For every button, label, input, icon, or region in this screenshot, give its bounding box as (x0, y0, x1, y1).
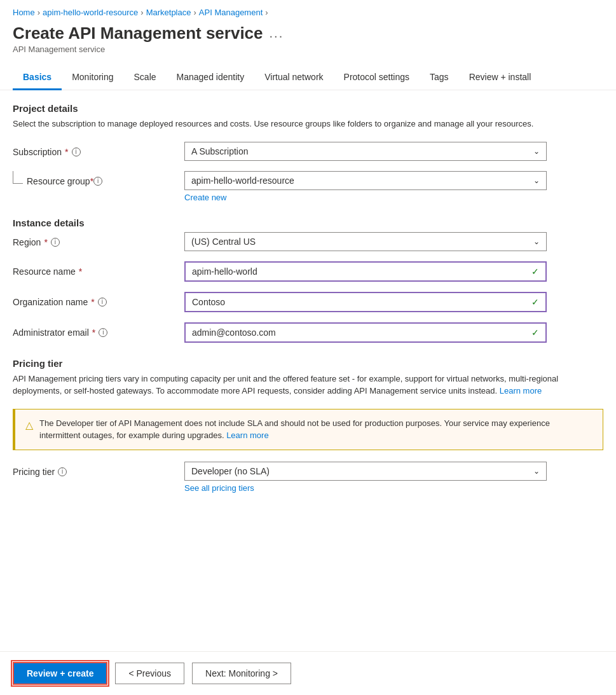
chevron-down-icon: ⌄ (533, 176, 540, 185)
subscription-label: Subscription * i (13, 142, 172, 157)
resource-group-value: apim-hello-world-resource (191, 175, 294, 186)
tab-monitoring[interactable]: Monitoring (62, 65, 123, 90)
resource-group-info-icon[interactable]: i (93, 177, 102, 186)
resource-name-value: apim-hello-world (192, 266, 257, 277)
region-control: (US) Central US ⌄ (184, 232, 547, 251)
content-area: Project details Select the subscription … (0, 90, 616, 493)
page-subtitle: API Management service (13, 45, 603, 54)
region-info-icon[interactable]: i (51, 238, 60, 247)
pricing-tier-info-icon[interactable]: i (58, 467, 67, 476)
resource-name-label: Resource name * (13, 261, 172, 277)
project-details-desc: Select the subscription to manage deploy… (13, 118, 603, 130)
organization-name-label: Organization name * i (13, 292, 172, 307)
breadcrumb-marketplace[interactable]: Marketplace (146, 8, 191, 17)
page-title-ellipsis[interactable]: ... (270, 26, 284, 41)
admin-email-label: Administrator email * i (13, 322, 172, 338)
subscription-dropdown[interactable]: A Subscription ⌄ (184, 142, 547, 161)
breadcrumb-home[interactable]: Home (13, 8, 35, 17)
resource-group-row: Resource group * i apim-hello-world-reso… (13, 171, 603, 202)
previous-button[interactable]: < Previous (115, 663, 184, 684)
warning-learn-more-link[interactable]: Learn more (226, 430, 268, 440)
pricing-tier-label: Pricing tier i (13, 462, 172, 477)
pricing-tier-desc: API Management pricing tiers vary in com… (13, 373, 603, 397)
page-title: Create API Management service (13, 24, 263, 43)
create-new-link[interactable]: Create new (184, 193, 226, 202)
chevron-down-icon: ⌄ (533, 147, 540, 156)
pricing-tier-title: Pricing tier (13, 358, 603, 369)
page-header: Create API Management service ... API Ma… (0, 21, 616, 59)
check-icon: ✓ (531, 266, 539, 277)
project-details-section: Project details Select the subscription … (13, 103, 603, 202)
check-icon: ✓ (531, 327, 539, 338)
admin-email-required: * (92, 327, 95, 338)
tab-basics[interactable]: Basics (13, 65, 62, 90)
review-create-button[interactable]: Review + create (13, 662, 107, 685)
admin-email-value: admin@contoso.com (192, 327, 276, 338)
organization-name-required: * (91, 297, 94, 307)
tab-review-install[interactable]: Review + install (459, 65, 542, 90)
tab-managed-identity[interactable]: Managed identity (167, 65, 255, 90)
organization-name-info-icon[interactable]: i (98, 298, 107, 306)
region-row: Region * i (US) Central US ⌄ (13, 232, 603, 251)
resource-group-label: Resource group * i (13, 171, 172, 186)
check-icon: ✓ (531, 297, 539, 307)
region-dropdown[interactable]: (US) Central US ⌄ (184, 232, 547, 251)
region-required: * (44, 237, 47, 247)
instance-details-title: Instance details (13, 217, 603, 228)
see-all-pricing-tiers-link[interactable]: See all pricing tiers (184, 483, 254, 493)
tab-scale[interactable]: Scale (124, 65, 167, 90)
organization-name-row: Organization name * i Contoso ✓ (13, 292, 603, 312)
subscription-row: Subscription * i A Subscription ⌄ (13, 142, 603, 161)
breadcrumb-resource[interactable]: apim-hello-world-resource (43, 8, 138, 17)
subscription-required: * (65, 147, 68, 157)
tab-protocol-settings[interactable]: Protocol settings (334, 65, 420, 90)
warning-box: △ The Developer tier of API Management d… (13, 409, 603, 450)
footer-bar: Review + create < Previous Next: Monitor… (0, 651, 616, 695)
subscription-value: A Subscription (191, 146, 249, 156)
resource-name-control: apim-hello-world ✓ (184, 261, 547, 282)
organization-name-input[interactable]: Contoso ✓ (184, 292, 547, 312)
tab-virtual-network[interactable]: Virtual network (254, 65, 333, 90)
pricing-tier-row: Pricing tier i Developer (no SLA) ⌄ See … (13, 462, 603, 493)
chevron-down-icon: ⌄ (533, 237, 540, 246)
resource-group-dropdown[interactable]: apim-hello-world-resource ⌄ (184, 171, 547, 190)
region-value: (US) Central US (191, 237, 256, 247)
project-details-title: Project details (13, 103, 603, 114)
organization-name-value: Contoso (192, 297, 225, 307)
admin-email-input[interactable]: admin@contoso.com ✓ (184, 322, 547, 343)
instance-details-section: Instance details Region * i (US) Central… (13, 217, 603, 343)
resource-name-required: * (79, 266, 82, 277)
chevron-down-icon: ⌄ (533, 467, 540, 476)
pricing-tier-section: Pricing tier API Management pricing tier… (13, 358, 603, 493)
admin-email-control: admin@contoso.com ✓ (184, 322, 547, 343)
breadcrumb-api-management[interactable]: API Management (199, 8, 263, 17)
warning-icon: △ (25, 418, 33, 433)
resource-group-control: apim-hello-world-resource ⌄ Create new (184, 171, 547, 202)
admin-email-row: Administrator email * i admin@contoso.co… (13, 322, 603, 343)
pricing-tier-dropdown[interactable]: Developer (no SLA) ⌄ (184, 462, 547, 481)
subscription-control: A Subscription ⌄ (184, 142, 547, 161)
tab-tags[interactable]: Tags (420, 65, 459, 90)
pricing-learn-more-link[interactable]: Learn more (500, 386, 542, 396)
indent-line (13, 171, 23, 184)
pricing-tier-value: Developer (no SLA) (191, 466, 270, 476)
next-monitoring-button[interactable]: Next: Monitoring > (192, 663, 291, 684)
admin-email-info-icon[interactable]: i (99, 328, 107, 337)
resource-name-row: Resource name * apim-hello-world ✓ (13, 261, 603, 282)
pricing-tier-control: Developer (no SLA) ⌄ See all pricing tie… (184, 462, 547, 493)
organization-name-control: Contoso ✓ (184, 292, 547, 312)
subscription-info-icon[interactable]: i (72, 148, 81, 156)
resource-name-input[interactable]: apim-hello-world ✓ (184, 261, 547, 282)
breadcrumb: Home › apim-hello-world-resource › Marke… (0, 0, 616, 21)
region-label: Region * i (13, 232, 172, 247)
tabs-bar: Basics Monitoring Scale Managed identity… (0, 65, 616, 90)
warning-text: The Developer tier of API Management doe… (39, 417, 592, 442)
